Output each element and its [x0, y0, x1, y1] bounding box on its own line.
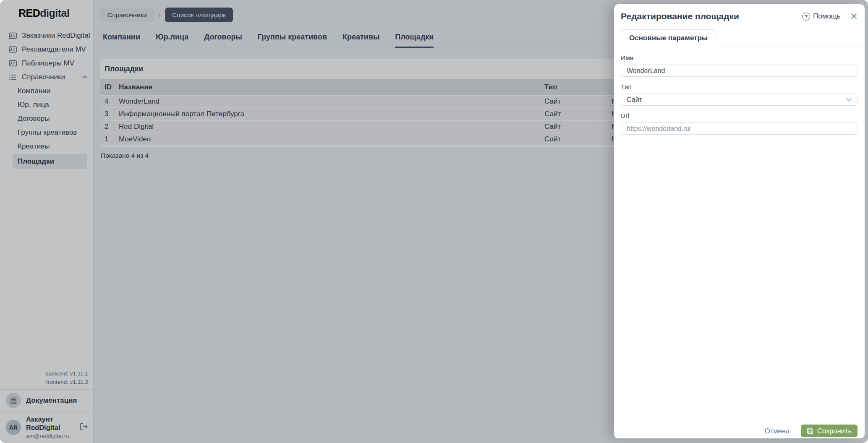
help-label: Помощь [813, 12, 841, 21]
tab-main-parameters[interactable]: Основные параметры [621, 29, 716, 47]
url-field[interactable] [621, 122, 858, 135]
url-label: Url [621, 112, 858, 120]
drawer-header: Редактирование площадки ? Помощь ✕ [614, 4, 865, 27]
drawer-form: Имя Тип Сайт Url [614, 47, 865, 135]
question-circle-icon: ? [802, 13, 810, 21]
drawer-tab-bar: Основные параметры [614, 27, 865, 47]
name-field-group: Имя [621, 54, 858, 77]
save-button-label: Сохранить [817, 427, 852, 435]
drawer-header-actions: ? Помощь ✕ [802, 12, 858, 21]
save-button[interactable]: Сохранить [801, 425, 858, 437]
app-window: REDdigital Заказчики RedDigital Рекламод… [0, 0, 868, 443]
drawer-footer: Отмена Сохранить [614, 423, 865, 438]
type-field-group: Тип Сайт [621, 83, 858, 106]
save-icon [807, 427, 813, 434]
type-label: Тип [621, 83, 858, 91]
cancel-button[interactable]: Отмена [765, 427, 790, 435]
name-field[interactable] [621, 65, 858, 77]
chevron-down-icon [846, 98, 852, 102]
help-button[interactable]: ? Помощь [802, 12, 841, 21]
type-select-value: Сайт [627, 96, 642, 104]
name-label: Имя [621, 54, 858, 62]
drawer-title: Редактирование площадки [621, 11, 739, 21]
edit-platform-drawer: Редактирование площадки ? Помощь ✕ Основ… [614, 4, 865, 438]
close-icon[interactable]: ✕ [850, 12, 858, 21]
url-field-group: Url [621, 112, 858, 135]
type-select[interactable]: Сайт [621, 94, 858, 106]
